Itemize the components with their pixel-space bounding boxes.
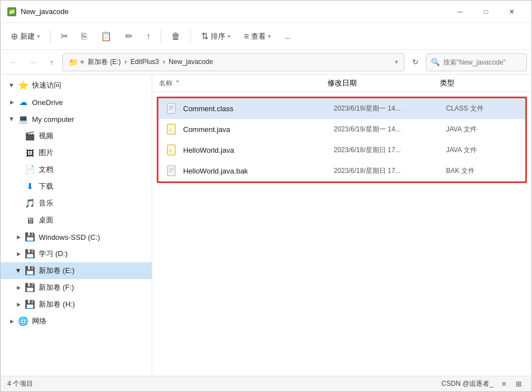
list-view-button[interactable]: ≡: [498, 378, 510, 390]
statusbar-right: CSDN @追逐者_ ≡ ⊞: [442, 378, 525, 390]
table-row[interactable]: Comment.class 2023/6/19/星期一 14... CLASS …: [158, 98, 525, 119]
chevron-icon: ▶: [7, 98, 16, 107]
share-icon: ↑: [146, 31, 151, 42]
chevron-icon: ▶: [7, 115, 16, 124]
sidebar-label: 图片: [39, 148, 53, 158]
sidebar-item-documents[interactable]: ▶ 📄 文档: [1, 161, 152, 178]
refresh-button[interactable]: ↻: [407, 54, 424, 71]
toolbar-separator-1: [50, 30, 51, 43]
document-icon: 📄: [24, 164, 35, 175]
sidebar-item-my-computer[interactable]: ▶ 💻 My computer: [1, 111, 152, 127]
view-button[interactable]: ≡ 查看 ▾: [238, 28, 276, 45]
sort-button[interactable]: ⇅ 排序 ▾: [195, 28, 236, 45]
sidebar-item-new-e[interactable]: ▶ 💾 新加卷 (E:): [1, 262, 152, 279]
share-button[interactable]: ↑: [140, 28, 156, 45]
close-button[interactable]: ✕: [499, 3, 525, 21]
sidebar-label: 新加卷 (E:): [39, 266, 75, 276]
forward-button[interactable]: →: [24, 54, 41, 71]
sidebar-item-downloads[interactable]: ▶ ⬇ 下载: [1, 178, 152, 195]
sidebar-item-quick-access[interactable]: ▶ ⭐ 快速访问: [1, 77, 152, 94]
sidebar-item-pictures[interactable]: ▶ 🖼 图片: [1, 144, 152, 161]
delete-icon: 🗑: [171, 31, 180, 42]
sort-up-icon: ⌃: [175, 79, 180, 87]
back-button[interactable]: ←: [5, 54, 22, 71]
sidebar-label: 文档: [39, 165, 53, 175]
sidebar-item-onedrive[interactable]: ▶ ☁ OneDrive: [1, 94, 152, 111]
search-box[interactable]: 🔍: [426, 53, 527, 71]
toolbar-separator-2: [161, 30, 161, 43]
sidebar-item-network[interactable]: ▶ 🌐 网络: [1, 313, 152, 330]
chevron-icon: ▶: [7, 81, 16, 90]
view-label: 查看: [251, 31, 266, 42]
maximize-button[interactable]: □: [473, 3, 499, 21]
minimize-button[interactable]: ─: [447, 3, 473, 21]
col-type-header[interactable]: 类型: [440, 78, 525, 88]
sidebar-item-music[interactable]: ▶ 🎵 音乐: [1, 195, 152, 212]
delete-button[interactable]: 🗑: [166, 28, 186, 45]
svg-text:J: J: [169, 127, 171, 133]
new-label: 新建: [20, 31, 35, 42]
more-button[interactable]: ...: [279, 29, 296, 44]
sidebar-label: 学习 (D:): [39, 249, 67, 259]
copy-button[interactable]: ⎘: [76, 28, 93, 45]
sidebar-item-new-h[interactable]: ▶ 💾 新加卷 (H:): [1, 296, 152, 313]
file-type: CLASS 文件: [446, 104, 519, 113]
cut-button[interactable]: ✂: [55, 28, 74, 45]
address-path: « 新加卷 (E:) › EditPlus3 › New_javacode: [80, 57, 393, 67]
file-date: 2023/6/19/星期一 14...: [334, 104, 446, 113]
drive-icon: 💾: [24, 282, 35, 293]
col-type-label: 类型: [440, 79, 454, 87]
paste-button[interactable]: 📋: [95, 28, 117, 45]
sidebar-label: 新加卷 (F:): [39, 282, 74, 293]
svg-rect-8: [167, 166, 175, 176]
sidebar-label: Windows-SSD (C:): [39, 233, 100, 241]
file-pane: 名称 ⌃ 修改日期 类型: [152, 75, 531, 376]
address-box[interactable]: 📁 « 新加卷 (E:) › EditPlus3 › New_javacode …: [62, 53, 404, 71]
window: 📁 New_javacode ─ □ ✕ ⊕ 新建 ▾ ✂ ⎘ 📋 ✏ ↑: [0, 0, 532, 392]
sidebar-item-study-d[interactable]: ▶ 💾 学习 (D:): [1, 245, 152, 262]
computer-icon: 💻: [17, 113, 29, 125]
toolbar-separator-3: [190, 30, 191, 43]
sort-label: 排序: [211, 31, 225, 42]
new-button[interactable]: ⊕ 新建 ▾: [5, 28, 46, 45]
sidebar-label: 下载: [39, 181, 53, 192]
view-chevron-icon: ▾: [268, 33, 271, 39]
sidebar-item-desktop[interactable]: ▶ 🖥 桌面: [1, 212, 152, 229]
sort-chevron-icon: ▾: [228, 33, 230, 39]
sidebar-label: 音乐: [39, 198, 53, 208]
table-row[interactable]: J Comment.java 2023/6/19/星期一 14... JAVA …: [158, 119, 525, 140]
table-row[interactable]: HelloWorld.java.bak 2023/6/18/星期日 17... …: [158, 161, 525, 181]
sidebar-item-videos[interactable]: ▶ 🎬 视频: [1, 127, 152, 144]
cloud-icon: ☁: [17, 97, 29, 108]
file-icon: [165, 102, 179, 115]
file-type: JAVA 文件: [446, 145, 519, 155]
sidebar-item-new-f[interactable]: ▶ 💾 新加卷 (F:): [1, 279, 152, 296]
new-chevron-icon: ▾: [37, 33, 40, 39]
sidebar-item-windows-ssd[interactable]: ▶ 💾 Windows-SSD (C:): [1, 229, 152, 245]
grid-view-button[interactable]: ⊞: [512, 378, 525, 390]
address-chevron-icon: ▾: [395, 58, 398, 66]
col-date-header[interactable]: 修改日期: [328, 78, 440, 88]
file-list-header: 名称 ⌃ 修改日期 类型: [152, 75, 531, 92]
toolbar: ⊕ 新建 ▾ ✂ ⎘ 📋 ✏ ↑ 🗑 ⇅ 排序 ▾ ≡: [1, 23, 531, 50]
drive-icon: 💾: [24, 231, 35, 243]
cut-icon: ✂: [61, 31, 68, 42]
status-count: 4 个项目: [7, 379, 33, 389]
window-controls: ─ □ ✕: [447, 3, 525, 21]
picture-icon: 🖼: [24, 147, 35, 158]
chevron-icon: ▶: [7, 317, 16, 326]
file-date: 2023/6/18/星期日 17...: [334, 166, 446, 176]
col-name-header[interactable]: 名称 ⌃: [159, 79, 328, 88]
paste-icon: 📋: [101, 31, 112, 42]
desktop-icon: 🖥: [24, 215, 35, 226]
more-label: ...: [284, 32, 290, 40]
up-button[interactable]: ↑: [43, 54, 60, 71]
chevron-icon: ▶: [14, 233, 23, 241]
table-row[interactable]: J HelloWorld.java 2023/6/18/星期日 17... JA…: [158, 140, 525, 161]
search-input[interactable]: [443, 58, 522, 66]
folder-icon: 📁: [69, 58, 78, 67]
rename-button[interactable]: ✏: [120, 28, 138, 45]
col-name-label: 名称: [159, 79, 172, 88]
name-sort-indicator: 名称 ⌃: [159, 79, 328, 88]
video-icon: 🎬: [24, 130, 35, 142]
